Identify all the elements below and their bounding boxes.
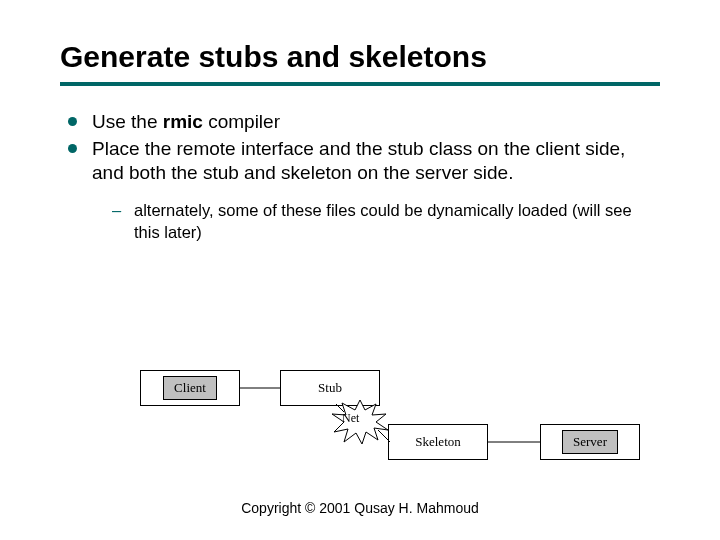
copyright-footer: Copyright © 2001 Qusay H. Mahmoud	[0, 500, 720, 516]
title-rule	[60, 82, 660, 86]
label-client: Client	[163, 376, 217, 400]
slide: Generate stubs and skeletons Use the rmi…	[0, 0, 720, 540]
bullet-1-post: compiler	[203, 111, 280, 132]
box-client: Client	[140, 370, 240, 406]
box-skeleton: Skeleton	[388, 424, 488, 460]
label-server: Server	[562, 430, 618, 454]
box-server: Server	[540, 424, 640, 460]
bullet-1-pre: Use the	[92, 111, 163, 132]
label-stub: Stub	[318, 380, 342, 396]
svg-line-4	[378, 430, 390, 442]
slide-title: Generate stubs and skeletons	[60, 40, 660, 74]
sub-bullet-1: alternately, some of these files could b…	[112, 200, 660, 243]
line-stub-net	[336, 404, 344, 412]
bullet-1: Use the rmic compiler	[64, 110, 660, 135]
svg-line-3	[336, 404, 344, 412]
line-skeleton-server	[488, 440, 540, 444]
bullet-1-bold: rmic	[163, 111, 203, 132]
bullet-2: Place the remote interface and the stub …	[64, 137, 660, 243]
sub-bullet-list: alternately, some of these files could b…	[92, 200, 660, 243]
line-client-stub	[240, 386, 280, 390]
rmi-diagram: Client Stub Skeleton Server Net	[140, 352, 600, 472]
bullet-2-text: Place the remote interface and the stub …	[92, 138, 625, 184]
bullet-list: Use the rmic compiler Place the remote i…	[60, 110, 660, 243]
label-skeleton: Skeleton	[415, 434, 461, 450]
line-net-skeleton	[378, 430, 390, 442]
